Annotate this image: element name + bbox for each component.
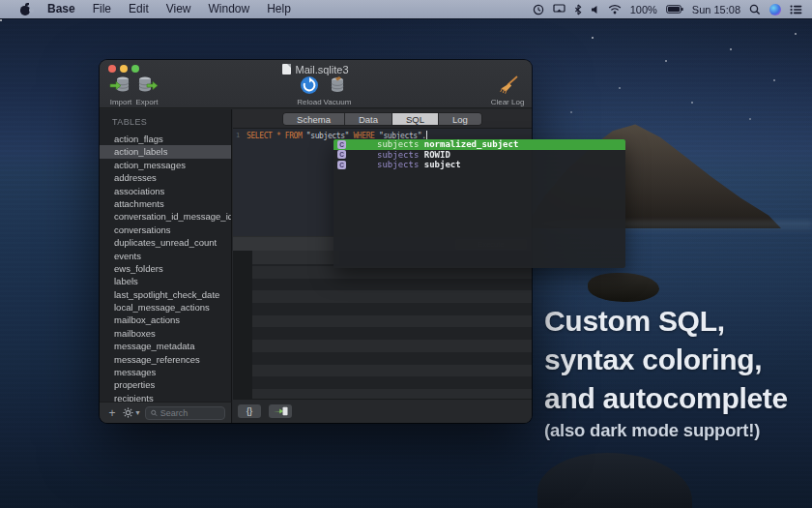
volume-icon[interactable] xyxy=(591,5,599,15)
sidebar-item[interactable]: messages xyxy=(100,366,231,378)
caption-line-2: syntax coloring, xyxy=(544,341,788,379)
menu-item[interactable]: Base xyxy=(39,0,84,18)
menu-bar-status: 100% Sun 15:08 xyxy=(533,4,812,15)
time-machine-icon[interactable] xyxy=(533,4,544,15)
tab[interactable]: SQL xyxy=(392,113,439,125)
menu-item[interactable]: Help xyxy=(258,0,300,18)
menu-item[interactable]: Edit xyxy=(120,0,158,18)
editor-status-bar: {} xyxy=(233,399,532,423)
sidebar-item[interactable]: labels xyxy=(100,275,231,287)
bluetooth-icon[interactable] xyxy=(574,4,582,15)
tab[interactable]: Data xyxy=(345,113,392,125)
sidebar-header: TABLES xyxy=(112,117,231,127)
sidebar-item[interactable]: mailbox_actions xyxy=(100,314,231,326)
gear-icon xyxy=(123,407,133,418)
apple-menu-icon[interactable] xyxy=(19,3,31,15)
rock xyxy=(588,273,659,302)
autocomplete-row[interactable]: C subjects normalized_subject xyxy=(334,139,625,150)
stars xyxy=(0,19,2,21)
arrow-to-document-icon xyxy=(273,406,288,416)
document-icon xyxy=(282,64,291,75)
autocomplete-text: subjects normalized_subject xyxy=(377,139,518,149)
menu-item[interactable]: View xyxy=(158,0,200,18)
caption-line-3: and autocomplete xyxy=(544,379,788,418)
sidebar-item[interactable]: action_flags xyxy=(100,133,231,145)
vacuum-button[interactable]: Vacuum xyxy=(316,75,359,106)
desktop: Custom SQL, syntax coloring, and autocom… xyxy=(0,0,812,508)
broom-icon xyxy=(486,75,529,97)
sidebar-item[interactable]: attachments xyxy=(100,197,231,210)
tab[interactable]: Log xyxy=(439,113,481,125)
table-row[interactable] xyxy=(252,327,532,340)
sidebar-item[interactable]: conversations xyxy=(100,224,231,236)
sidebar-item[interactable]: associations xyxy=(100,185,231,197)
sidebar: TABLES action_flags action_labels action… xyxy=(100,109,232,402)
sidebar-item[interactable]: addresses xyxy=(100,171,231,184)
tab[interactable]: Schema xyxy=(283,113,345,125)
table-row[interactable] xyxy=(252,340,532,352)
export-database-icon xyxy=(126,75,168,97)
autocomplete-text: subjects ROWID xyxy=(377,150,450,160)
tab-strip: Schema Data SQL Log xyxy=(233,109,532,129)
display-icon[interactable] xyxy=(553,4,566,15)
table-row[interactable] xyxy=(252,352,532,365)
sidebar-item[interactable]: action_messages xyxy=(100,159,231,171)
sidebar-item[interactable]: duplicates_unread_count xyxy=(100,236,231,249)
menu-bar-left: Base File Edit View Window Help xyxy=(0,0,300,18)
caption-line-1: Custom SQL, xyxy=(544,302,788,341)
sidebar-item[interactable]: message_metadata xyxy=(100,340,231,352)
text-cursor xyxy=(426,131,427,139)
spotlight-icon[interactable] xyxy=(749,4,761,15)
menu-item[interactable]: File xyxy=(84,0,120,18)
tab-segments: Schema Data SQL Log xyxy=(282,112,482,126)
line-number: 1 xyxy=(236,132,240,139)
title-bar[interactable]: Mail.sqlite3 Import Export Reload xyxy=(100,60,532,108)
menu-item[interactable]: Window xyxy=(200,0,259,18)
sidebar-item[interactable]: message_references xyxy=(100,353,231,366)
table-row[interactable] xyxy=(252,315,532,328)
actions-menu-button[interactable]: ▼ xyxy=(123,407,141,418)
autocomplete-row[interactable]: C subjects ROWID xyxy=(334,150,625,161)
sidebar-item[interactable]: local_message_actions xyxy=(100,301,231,314)
table-list: action_flags action_labels action_messag… xyxy=(100,133,231,402)
autocomplete-row[interactable]: C subjects subject xyxy=(334,160,625,170)
table-row[interactable] xyxy=(252,303,532,315)
column-symbol-icon: C xyxy=(337,161,346,169)
table-row[interactable] xyxy=(252,365,532,377)
table-row[interactable] xyxy=(252,290,532,303)
clear-log-button[interactable]: Clear Log xyxy=(486,75,529,106)
table-row[interactable] xyxy=(252,376,532,389)
autocomplete-popover: C subjects normalized_subject C subjects… xyxy=(334,139,625,268)
wifi-icon[interactable] xyxy=(608,4,622,15)
search-field[interactable] xyxy=(145,406,225,420)
window-title-row: Mail.sqlite3 xyxy=(100,63,532,75)
format-sql-button[interactable]: {} xyxy=(238,404,261,418)
menu-clock[interactable]: Sun 15:08 xyxy=(692,4,740,15)
sidebar-item[interactable]: properties xyxy=(100,378,231,391)
notification-center-icon[interactable] xyxy=(790,5,802,15)
sidebar-item[interactable]: recipients xyxy=(100,392,231,402)
sidebar-item[interactable]: mailboxes xyxy=(100,327,231,340)
sidebar-item[interactable]: conversation_id_message_id xyxy=(100,210,231,223)
sidebar-item[interactable]: ews_folders xyxy=(100,262,231,275)
sidebar-item[interactable]: last_spotlight_check_date xyxy=(100,288,231,301)
window-title: Mail.sqlite3 xyxy=(295,64,348,75)
export-results-button[interactable] xyxy=(269,404,292,418)
clear-log-label: Clear Log xyxy=(486,98,529,106)
sql-token: FROM xyxy=(285,132,303,140)
siri-icon[interactable] xyxy=(769,4,781,15)
export-label: Export xyxy=(126,98,168,106)
column-symbol-icon: C xyxy=(337,150,346,159)
autocomplete-text: subjects subject xyxy=(377,160,461,169)
table-row[interactable] xyxy=(252,279,532,291)
sidebar-item[interactable]: action_labels xyxy=(100,145,231,158)
results-stripes xyxy=(252,266,532,403)
results-table[interactable] xyxy=(233,251,532,403)
export-button[interactable]: Export xyxy=(126,75,168,106)
battery-icon[interactable] xyxy=(666,5,683,14)
add-table-button[interactable]: + xyxy=(105,407,119,419)
sidebar-item[interactable]: events xyxy=(100,250,231,262)
search-input[interactable] xyxy=(160,408,219,418)
sidebar-bottom-bar: + ▼ xyxy=(100,402,232,423)
chevron-down-icon: ▼ xyxy=(134,409,141,416)
